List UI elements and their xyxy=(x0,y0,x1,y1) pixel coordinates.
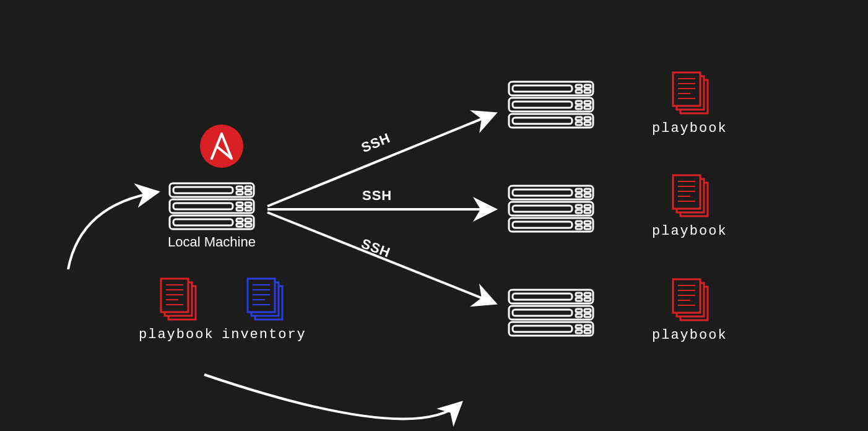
remote-server-3-icon xyxy=(508,289,594,337)
svg-rect-61 xyxy=(584,194,591,197)
svg-rect-40 xyxy=(576,85,582,88)
svg-rect-78 xyxy=(576,298,582,301)
svg-rect-38 xyxy=(513,102,572,108)
svg-rect-43 xyxy=(584,90,591,93)
svg-rect-45 xyxy=(584,101,591,104)
svg-rect-75 xyxy=(513,326,572,332)
remote-server-1-icon xyxy=(508,81,594,129)
svg-rect-65 xyxy=(584,210,591,213)
svg-rect-46 xyxy=(576,106,582,109)
svg-rect-49 xyxy=(584,117,591,120)
svg-rect-68 xyxy=(576,226,582,229)
local-inventory-label: inventory xyxy=(222,327,306,342)
svg-rect-11 xyxy=(245,202,251,206)
svg-rect-66 xyxy=(576,221,582,224)
svg-rect-55 xyxy=(513,189,572,196)
svg-rect-42 xyxy=(576,90,582,93)
svg-rect-13 xyxy=(245,207,251,211)
remote-playbook-1-label: playbook xyxy=(652,121,727,136)
svg-rect-7 xyxy=(245,186,251,189)
ssh-label-2: SSH xyxy=(362,188,392,204)
svg-rect-56 xyxy=(513,206,572,212)
svg-rect-87 xyxy=(584,330,591,333)
svg-rect-84 xyxy=(576,325,582,328)
svg-rect-81 xyxy=(584,309,591,312)
arrows-layer xyxy=(0,0,868,431)
svg-rect-74 xyxy=(513,310,572,316)
svg-rect-63 xyxy=(584,205,591,208)
svg-rect-8 xyxy=(237,191,243,194)
svg-rect-82 xyxy=(576,314,582,317)
svg-rect-6 xyxy=(237,186,243,189)
svg-rect-14 xyxy=(237,219,243,222)
svg-rect-79 xyxy=(584,298,591,301)
svg-rect-57 xyxy=(513,222,572,228)
svg-rect-48 xyxy=(576,117,582,120)
local-inventory-icon xyxy=(246,277,285,322)
svg-rect-17 xyxy=(245,224,251,227)
ansible-logo xyxy=(200,124,243,168)
svg-rect-39 xyxy=(513,118,572,124)
arrow-bottom-sweep xyxy=(204,375,461,419)
svg-rect-77 xyxy=(584,293,591,296)
svg-rect-73 xyxy=(513,294,572,300)
svg-rect-60 xyxy=(576,194,582,197)
svg-rect-41 xyxy=(584,85,591,88)
remote-playbook-2-label: playbook xyxy=(652,224,727,239)
svg-rect-86 xyxy=(576,330,582,333)
svg-rect-76 xyxy=(576,293,582,296)
svg-rect-9 xyxy=(245,191,251,194)
svg-rect-47 xyxy=(584,106,591,109)
svg-rect-59 xyxy=(584,189,591,192)
svg-rect-85 xyxy=(584,325,591,328)
svg-rect-51 xyxy=(584,122,591,125)
svg-rect-80 xyxy=(576,309,582,312)
svg-rect-5 xyxy=(173,219,233,225)
ansible-a-icon xyxy=(209,133,234,160)
svg-rect-4 xyxy=(173,203,233,209)
svg-rect-58 xyxy=(576,189,582,192)
svg-rect-10 xyxy=(237,202,243,206)
svg-rect-44 xyxy=(576,101,582,104)
local-playbook-label: playbook xyxy=(139,327,214,342)
local-machine-server-icon xyxy=(168,182,255,230)
local-machine-label: Local Machine xyxy=(168,234,256,250)
svg-rect-64 xyxy=(576,210,582,213)
svg-rect-62 xyxy=(576,205,582,208)
arrow-incoming-left xyxy=(68,192,158,269)
svg-rect-37 xyxy=(513,85,572,92)
remote-playbook-2-icon xyxy=(672,174,710,219)
svg-rect-12 xyxy=(237,207,243,211)
svg-rect-15 xyxy=(245,219,251,222)
svg-rect-69 xyxy=(584,226,591,229)
local-playbook-icon xyxy=(160,277,198,322)
svg-rect-16 xyxy=(237,224,243,227)
remote-server-2-icon xyxy=(508,185,594,233)
svg-rect-67 xyxy=(584,221,591,224)
remote-playbook-1-icon xyxy=(672,71,710,116)
remote-playbook-3-icon xyxy=(672,278,710,323)
svg-rect-50 xyxy=(576,122,582,125)
remote-playbook-3-label: playbook xyxy=(652,328,727,343)
svg-rect-83 xyxy=(584,314,591,317)
svg-rect-3 xyxy=(173,187,233,193)
